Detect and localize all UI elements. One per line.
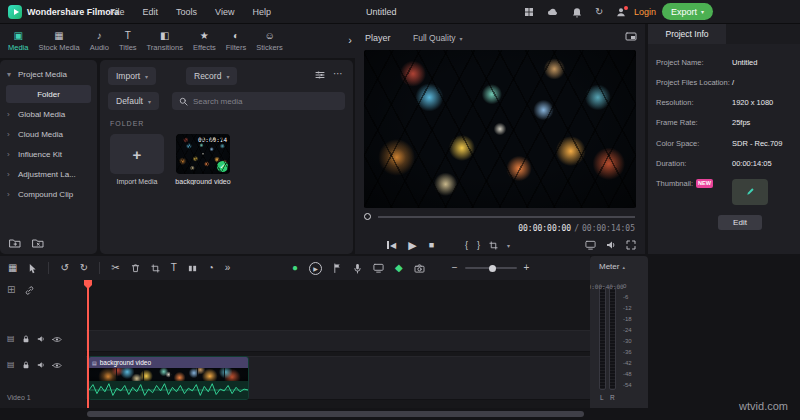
filter-icon[interactable] [315,70,325,80]
sidebar-item-adjustment-layer[interactable]: ›Adjustment La... [0,164,97,184]
menu-help[interactable]: Help [252,7,271,17]
cloud-sync-icon[interactable] [547,8,559,16]
new-folder-button[interactable] [9,238,21,248]
play-preview-button[interactable]: ▶ [309,262,322,275]
seek-track[interactable] [378,216,635,218]
split-icon[interactable] [188,264,197,273]
lock-icon[interactable] [22,335,30,343]
playhead[interactable] [87,280,89,408]
menu-view[interactable]: View [215,7,234,17]
speed-icon[interactable]: ◔ [208,263,214,273]
mark-out-button[interactable]: } [477,240,480,250]
layout-icon[interactable] [524,7,534,17]
sidebar-item-global-media[interactable]: ›Global Media [0,104,97,124]
fullscreen-icon[interactable] [626,240,636,250]
redo-icon[interactable]: ↻ [80,263,88,273]
tab-stock-media[interactable]: ▦Stock Media [33,30,84,52]
menu-edit[interactable]: Edit [143,7,159,17]
zoom-slider-handle[interactable] [489,265,496,272]
text-tool-icon[interactable]: T [171,263,177,273]
tab-titles[interactable]: TTitles [114,30,142,52]
tab-project-info[interactable]: Project Info [648,24,726,44]
tab-stickers[interactable]: ☺Stickers [251,30,288,52]
delete-icon[interactable] [131,263,140,273]
track-headers: ⊞ ▤ ▤ Video 1 [0,280,86,408]
tab-effects[interactable]: ★Effects [188,30,221,52]
marker-icon[interactable] [333,263,342,273]
chevron-right-icon: › [7,170,14,179]
snapshot-icon[interactable] [414,264,425,273]
search-input[interactable] [193,97,338,106]
caret-down-icon[interactable]: ▾ [507,242,510,249]
keyframe-icon[interactable]: ◆ [395,263,403,273]
delete-folder-button[interactable] [32,238,44,248]
stop-button[interactable]: ■ [429,240,434,250]
track-lane[interactable] [86,330,590,352]
media-clip-thumbnail[interactable]: 00:00:14 ✓ [176,134,230,174]
play-button[interactable]: ▶ [408,239,416,252]
quality-select[interactable]: Full Quality▾ [413,30,463,46]
record-button[interactable]: Record▾ [186,67,237,85]
sort-select[interactable]: Default▾ [108,92,159,110]
tab-filters[interactable]: ◐Filters [221,30,251,52]
tab-audio[interactable]: ♪Audio [85,30,114,52]
refresh-icon[interactable]: ↻ [595,7,603,17]
seek-handle[interactable] [364,213,371,220]
undo-icon[interactable]: ↺ [60,263,68,273]
voiceover-mic-icon[interactable] [353,263,362,274]
preview-window-icon[interactable] [625,32,637,41]
transport-left: ◀ ▶ ■ [387,236,434,254]
zoom-slider[interactable] [465,267,517,269]
mirror-display-icon[interactable] [585,240,596,250]
thumbnail-box[interactable] [732,179,768,205]
notifications-bell-icon[interactable] [572,7,582,18]
meter-select[interactable]: Meter▴ [590,256,648,271]
screen-record-icon[interactable] [373,263,384,273]
previous-frame-button[interactable]: ◀ [387,241,396,250]
video-preview[interactable] [364,50,636,208]
mute-icon[interactable] [37,361,45,369]
sidebar-item-compound-clip[interactable]: ›Compound Clip [0,184,97,204]
toolbox-icon[interactable]: ▦ [8,263,17,273]
hide-icon[interactable] [52,362,62,369]
zoom-out-icon[interactable]: − [452,263,458,273]
link-icon[interactable] [25,285,34,295]
select-tool-icon[interactable] [28,263,37,274]
crop-tool-icon[interactable] [489,241,498,250]
mark-in-button[interactable]: { [465,240,468,250]
edit-button[interactable]: Edit [718,215,762,230]
sidebar-item-cloud-media[interactable]: ›Cloud Media [0,124,97,144]
more-tools-icon[interactable]: » [225,263,231,273]
search-box[interactable] [172,92,345,110]
sidebar-item-folder[interactable]: Folder [6,85,91,103]
sidebar-item-influence-kit[interactable]: ›Influence Kit [0,144,97,164]
tab-transitions[interactable]: ◧Transitions [142,30,188,52]
sidebar-item-project-media[interactable]: ▾Project Media [0,64,97,84]
tab-media[interactable]: ▣Media [3,30,33,52]
more-options-button[interactable]: ⋯ [333,68,344,79]
import-button[interactable]: Import▾ [108,67,156,85]
login-button[interactable]: Login [634,7,656,17]
mute-icon[interactable] [37,335,45,343]
meter-tick: -30 [623,338,632,344]
tabs-overflow-button[interactable]: › [348,34,352,46]
scrollbar-thumb[interactable] [87,411,584,417]
hide-icon[interactable] [52,336,62,343]
timeline-clip[interactable]: ▤background video [88,356,249,400]
lock-icon[interactable] [22,361,30,369]
timeline-tracks[interactable]: ▤background video [86,280,590,408]
record-voiceover-button[interactable]: ● [292,263,298,273]
crop-icon[interactable] [151,264,160,273]
volume-icon[interactable] [606,240,616,250]
manage-tracks-icon[interactable]: ⊞ [7,285,15,295]
tab-label: Media [8,43,28,52]
account-avatar[interactable] [616,7,626,17]
menu-tools[interactable]: Tools [176,7,197,17]
zoom-in-icon[interactable]: + [524,263,530,273]
menu-file[interactable]: File [110,7,125,17]
timeline-scrollbar[interactable] [86,410,590,418]
scissors-icon[interactable]: ✂ [111,263,119,273]
export-button[interactable]: Export▾ [662,3,713,20]
import-media-tile[interactable]: + [110,134,164,174]
folder-section-label: FOLDER [110,120,144,127]
